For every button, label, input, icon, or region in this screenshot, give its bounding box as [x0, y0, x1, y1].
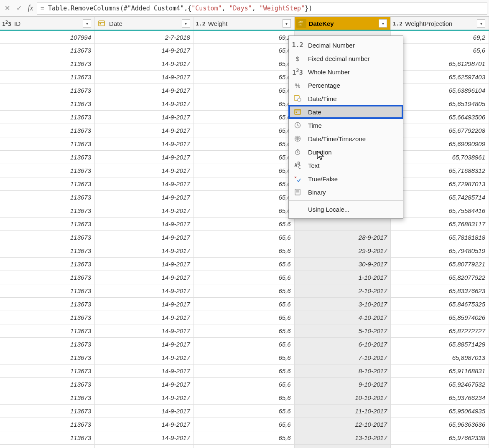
cell[interactable]: 1-10-2017 — [294, 271, 391, 284]
table-row[interactable]: 11367314-9-201765,64-10-201765,85974026 — [0, 311, 489, 324]
cell[interactable]: 65,6 — [194, 351, 294, 364]
cell[interactable]: 65,87272727 — [391, 324, 489, 338]
cell[interactable]: 14-9-2017 — [95, 271, 194, 284]
cell[interactable]: 14-9-2017 — [95, 137, 194, 151]
cell[interactable]: 14-9-2017 — [95, 151, 194, 164]
table-row[interactable]: 11367314-9-201765,665,7038961 — [0, 151, 489, 164]
cell[interactable]: 113673 — [0, 57, 95, 71]
table-row[interactable]: 11367314-9-201765,665,66493506 — [0, 111, 489, 124]
cell[interactable]: 65,6 — [391, 44, 489, 57]
cell[interactable]: 65,85974026 — [391, 311, 489, 324]
cell[interactable]: 65,6 — [194, 231, 294, 244]
cell[interactable]: 65,79480519 — [391, 244, 489, 258]
cell[interactable]: 30-9-2017 — [294, 258, 391, 271]
table-row[interactable]: 11367314-9-201765,665,67792208 — [0, 124, 489, 137]
cell[interactable]: 65,6 — [194, 418, 294, 431]
menu-item-decimal[interactable]: 1.2Decimal Number — [289, 38, 403, 52]
cell[interactable]: 65,6 — [194, 391, 294, 405]
menu-item-using-locale[interactable]: Using Locale... — [289, 202, 403, 216]
cell[interactable]: 65,78181818 — [391, 231, 489, 244]
filter-dropdown-button[interactable]: ▾ — [283, 19, 291, 28]
cell[interactable]: 65,84675325 — [391, 298, 489, 311]
column-header-weight[interactable]: 1.2 Weight ▾ — [194, 17, 294, 30]
table-row[interactable]: 11367314-9-201765,665,61298701 — [0, 57, 489, 71]
cell[interactable]: 113673 — [0, 111, 95, 124]
menu-item-whole-number[interactable]: 123Whole Number — [289, 65, 403, 78]
table-row[interactable]: 11367314-9-201765,68-10-201765,91168831 — [0, 364, 489, 378]
cell[interactable]: 65,66493506 — [391, 111, 489, 124]
cell[interactable]: 14-9-2017 — [95, 418, 194, 431]
menu-item-time[interactable]: Time — [289, 119, 403, 132]
cell[interactable]: 14-9-2017 — [95, 364, 194, 378]
cell[interactable]: 65,6 — [194, 258, 294, 271]
type-date-icon[interactable] — [97, 19, 107, 28]
filter-dropdown-button[interactable]: ▾ — [83, 19, 91, 28]
menu-item-fixed-decimal[interactable]: $Fixed decimal number — [289, 52, 403, 65]
cell[interactable]: 113673 — [0, 151, 95, 164]
table-row[interactable]: 11367314-9-201765,628-9-201765,78181818 — [0, 231, 489, 244]
cell[interactable]: 14-9-2017 — [95, 84, 194, 97]
table-row[interactable]: 1079942-7-201869,269,2 — [0, 30, 489, 44]
cell[interactable]: 65,6 — [194, 244, 294, 258]
cell[interactable]: 8-10-2017 — [294, 364, 391, 378]
cell[interactable]: 14-9-2017 — [95, 405, 194, 418]
table-row[interactable]: 11367314-9-201765,665,6 — [0, 44, 489, 57]
cell[interactable]: 10-10-2017 — [294, 391, 391, 405]
table-row[interactable]: 11367314-9-201765,665,72987013 — [0, 177, 489, 191]
cell[interactable]: 65,6 — [194, 405, 294, 418]
cell[interactable]: 65,62597403 — [391, 71, 489, 84]
cell[interactable]: 65,6 — [194, 84, 294, 97]
formula-cancel-button[interactable]: ✕ — [2, 3, 13, 14]
cell[interactable]: 4-10-2017 — [294, 311, 391, 324]
cell[interactable]: 3-10-2017 — [294, 298, 391, 311]
cell[interactable]: 113673 — [0, 231, 95, 244]
cell[interactable]: 113673 — [0, 284, 95, 298]
cell[interactable]: 113673 — [0, 244, 95, 258]
cell[interactable]: 113673 — [0, 324, 95, 338]
cell[interactable]: 6-10-2017 — [294, 338, 391, 351]
menu-item-duration[interactable]: Duration — [289, 145, 403, 159]
cell[interactable]: 65,61298701 — [391, 57, 489, 71]
cell[interactable]: 65,98961039 — [391, 445, 489, 448]
cell[interactable]: 113673 — [0, 71, 95, 84]
table-row[interactable]: 11367314-9-201765,63-10-201765,84675325 — [0, 298, 489, 311]
cell[interactable]: 9-10-2017 — [294, 378, 391, 391]
cell[interactable]: 113673 — [0, 378, 95, 391]
cell[interactable]: 29-9-2017 — [294, 244, 391, 258]
cell[interactable]: 65,65194805 — [391, 97, 489, 111]
cell[interactable]: 14-9-2017 — [95, 177, 194, 191]
cell[interactable]: 14-9-2017 — [95, 324, 194, 338]
cell[interactable]: 65,6 — [194, 137, 294, 151]
cell[interactable]: 65,6 — [194, 71, 294, 84]
cell[interactable]: 65,74285714 — [391, 191, 489, 204]
cell[interactable]: 14-10-2017 — [294, 445, 391, 448]
cell[interactable]: 113673 — [0, 177, 95, 191]
table-row[interactable]: 11367314-9-201765,69-10-201765,92467532 — [0, 378, 489, 391]
table-row[interactable]: 11367314-9-201765,629-9-201765,79480519 — [0, 244, 489, 258]
cell[interactable]: 65,6 — [194, 284, 294, 298]
table-row[interactable]: 11367314-9-201765,611-10-201765,95064935 — [0, 405, 489, 418]
cell[interactable]: 2-10-2017 — [294, 284, 391, 298]
cell[interactable]: 65,75584416 — [391, 204, 489, 218]
cell[interactable]: 65,8987013 — [391, 351, 489, 364]
table-row[interactable]: 11367314-9-201765,630-9-201765,80779221 — [0, 258, 489, 271]
cell[interactable]: 65,6 — [194, 177, 294, 191]
table-row[interactable]: 11367314-9-201765,665,76883117 — [0, 218, 489, 231]
table-row[interactable]: 11367314-9-201765,62-10-201765,83376623 — [0, 284, 489, 298]
cell[interactable]: 65,6 — [194, 445, 294, 448]
type-decimal-icon[interactable]: 1.2 — [196, 19, 206, 28]
cell[interactable]: 113673 — [0, 124, 95, 137]
table-row[interactable]: 11367314-9-201765,613-10-201765,97662338 — [0, 431, 489, 445]
cell[interactable]: 12-10-2017 — [294, 418, 391, 431]
cell[interactable]: 65,82077922 — [391, 271, 489, 284]
cell[interactable]: 14-9-2017 — [95, 284, 194, 298]
cell[interactable]: 113673 — [0, 431, 95, 445]
formula-input[interactable]: = Table.RemoveColumns(#"Added Custom4",{… — [37, 2, 487, 15]
table-row[interactable]: 11367314-9-201765,66-10-201765,88571429 — [0, 338, 489, 351]
cell[interactable]: 14-9-2017 — [95, 218, 194, 231]
cell[interactable]: 14-9-2017 — [95, 311, 194, 324]
filter-dropdown-button[interactable]: ▾ — [477, 19, 485, 28]
filter-dropdown-button[interactable]: ▾ — [182, 19, 190, 28]
menu-item-truefalse[interactable]: True/False — [289, 172, 403, 185]
cell[interactable]: 14-9-2017 — [95, 191, 194, 204]
